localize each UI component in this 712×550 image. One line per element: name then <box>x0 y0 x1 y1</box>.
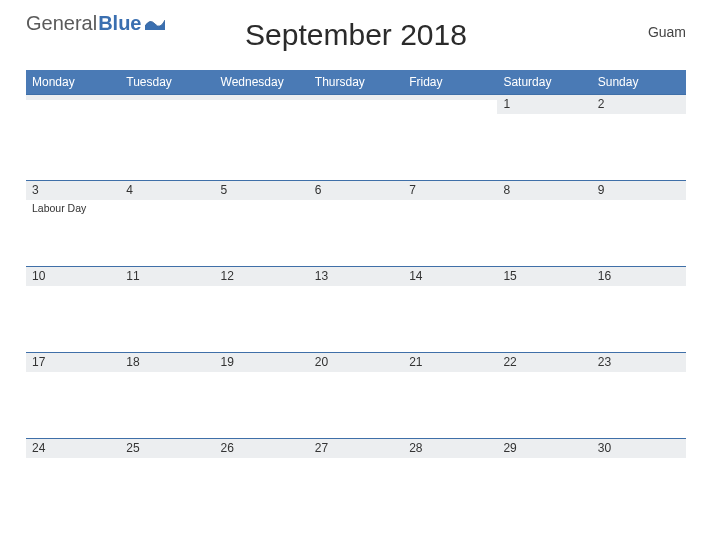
calendar-cell: 28 <box>403 438 497 524</box>
calendar-cell: 9 <box>592 180 686 266</box>
calendar-cell: 25 <box>120 438 214 524</box>
calendar-cell: 19 <box>215 352 309 438</box>
date-number: 11 <box>120 267 214 286</box>
date-number <box>26 95 120 100</box>
date-number <box>120 95 214 100</box>
calendar-cell <box>120 94 214 180</box>
date-number: 14 <box>403 267 497 286</box>
calendar-week: 10 11 12 13 14 15 16 <box>26 266 686 352</box>
weekday-header: Monday <box>26 71 120 94</box>
date-number: 19 <box>215 353 309 372</box>
date-number: 12 <box>215 267 309 286</box>
date-number <box>309 95 403 100</box>
calendar-cell: 5 <box>215 180 309 266</box>
calendar-cell: 12 <box>215 266 309 352</box>
calendar-cell <box>26 94 120 180</box>
date-number: 30 <box>592 439 686 458</box>
calendar-header: General Blue September 2018 Guam <box>26 12 686 64</box>
calendar-cell: 2 <box>592 94 686 180</box>
date-number: 3 <box>26 181 120 200</box>
calendar-cell: 22 <box>497 352 591 438</box>
calendar-cell: 7 <box>403 180 497 266</box>
calendar-title: September 2018 <box>245 18 467 52</box>
calendar-cell: 30 <box>592 438 686 524</box>
calendar-cell: 21 <box>403 352 497 438</box>
weekday-header-row: Monday Tuesday Wednesday Thursday Friday… <box>26 70 686 94</box>
calendar-cell: 24 <box>26 438 120 524</box>
date-number: 10 <box>26 267 120 286</box>
calendar-week: 1 2 <box>26 94 686 180</box>
weekday-header: Saturday <box>497 71 591 94</box>
calendar-cell: 17 <box>26 352 120 438</box>
calendar-cell: 4 <box>120 180 214 266</box>
calendar-week: 3 Labour Day 4 5 6 7 8 9 <box>26 180 686 266</box>
date-number: 6 <box>309 181 403 200</box>
calendar-cell <box>309 94 403 180</box>
logo-text-1: General <box>26 12 97 35</box>
date-number: 25 <box>120 439 214 458</box>
date-number: 16 <box>592 267 686 286</box>
date-number: 8 <box>497 181 591 200</box>
date-number: 4 <box>120 181 214 200</box>
calendar-cell: 13 <box>309 266 403 352</box>
calendar-cell: 20 <box>309 352 403 438</box>
calendar-cell: 8 <box>497 180 591 266</box>
calendar-cell: 23 <box>592 352 686 438</box>
date-number: 18 <box>120 353 214 372</box>
date-number: 29 <box>497 439 591 458</box>
weekday-header: Sunday <box>592 71 686 94</box>
calendar-cell: 14 <box>403 266 497 352</box>
calendar-cell: 6 <box>309 180 403 266</box>
date-number: 21 <box>403 353 497 372</box>
calendar-cell: 15 <box>497 266 591 352</box>
calendar-cell: 26 <box>215 438 309 524</box>
weekday-header: Wednesday <box>215 71 309 94</box>
calendar-cell: 18 <box>120 352 214 438</box>
calendar-cell: 27 <box>309 438 403 524</box>
date-number: 9 <box>592 181 686 200</box>
calendar-cell: 10 <box>26 266 120 352</box>
calendar-cell <box>215 94 309 180</box>
date-number: 28 <box>403 439 497 458</box>
calendar-cell: 16 <box>592 266 686 352</box>
date-number: 26 <box>215 439 309 458</box>
date-number: 22 <box>497 353 591 372</box>
calendar-cell: 1 <box>497 94 591 180</box>
weekday-header: Friday <box>403 71 497 94</box>
date-number <box>215 95 309 100</box>
date-number <box>403 95 497 100</box>
calendar-cell: 29 <box>497 438 591 524</box>
calendar-event: Labour Day <box>26 200 120 214</box>
date-number: 24 <box>26 439 120 458</box>
date-number: 5 <box>215 181 309 200</box>
logo: General Blue <box>26 12 165 35</box>
calendar-week: 17 18 19 20 21 22 23 <box>26 352 686 438</box>
date-number: 1 <box>497 95 591 114</box>
calendar-grid: 1 2 3 Labour Day 4 5 6 7 8 9 10 11 12 13… <box>26 94 686 524</box>
date-number: 20 <box>309 353 403 372</box>
calendar-cell: 11 <box>120 266 214 352</box>
date-number: 2 <box>592 95 686 114</box>
calendar-cell: 3 Labour Day <box>26 180 120 266</box>
date-number: 27 <box>309 439 403 458</box>
calendar-region: Guam <box>648 24 686 40</box>
logo-wave-icon <box>145 16 165 30</box>
calendar-cell <box>403 94 497 180</box>
date-number: 17 <box>26 353 120 372</box>
calendar-week: 24 25 26 27 28 29 30 <box>26 438 686 524</box>
logo-text-2: Blue <box>98 12 141 35</box>
weekday-header: Thursday <box>309 71 403 94</box>
weekday-header: Tuesday <box>120 71 214 94</box>
date-number: 15 <box>497 267 591 286</box>
date-number: 13 <box>309 267 403 286</box>
date-number: 7 <box>403 181 497 200</box>
date-number: 23 <box>592 353 686 372</box>
